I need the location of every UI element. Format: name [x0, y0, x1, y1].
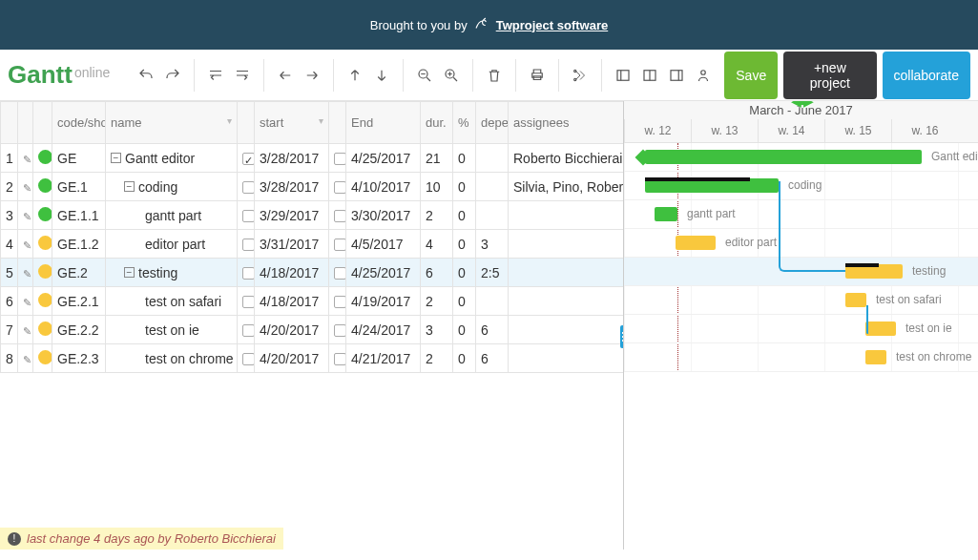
task-assignees[interactable]: Roberto Bicchierai [509, 144, 625, 173]
task-assignees[interactable] [509, 201, 625, 230]
task-name[interactable]: gantt part [106, 201, 238, 230]
table-row[interactable]: 8✎GE.2.3test on chrome4/20/20174/21/2017… [1, 344, 625, 373]
task-depends[interactable]: 6 [476, 344, 509, 373]
col-code[interactable]: code/sho [52, 102, 106, 144]
task-code[interactable]: GE.2 [52, 259, 106, 287]
task-duration[interactable]: 2 [421, 201, 453, 230]
undo-icon[interactable] [135, 65, 156, 86]
gantt-bar[interactable] [845, 293, 866, 307]
gantt-bar[interactable] [655, 207, 677, 221]
status-dot[interactable] [33, 259, 52, 287]
task-code[interactable]: GE.2.1 [52, 287, 106, 316]
end-milestone-checkbox[interactable] [329, 144, 346, 173]
edit-row-icon[interactable]: ✎ [18, 230, 33, 259]
split-center-icon[interactable] [639, 65, 660, 86]
gantt-row[interactable]: Gantt editor [624, 143, 978, 172]
task-start[interactable]: 4/18/2017 [255, 259, 329, 287]
print-icon[interactable] [527, 65, 548, 86]
task-start[interactable]: 4/20/2017 [255, 316, 329, 344]
start-milestone-checkbox[interactable] [238, 144, 255, 173]
task-progress[interactable]: 0 [453, 344, 476, 373]
task-progress[interactable]: 0 [453, 173, 476, 201]
status-dot[interactable] [33, 230, 52, 259]
task-name[interactable]: test on safari [106, 287, 238, 316]
task-progress[interactable]: 0 [453, 287, 476, 316]
task-end[interactable]: 4/25/2017 [346, 259, 421, 287]
critical-path-icon[interactable] [570, 65, 591, 86]
edit-row-icon[interactable]: ✎ [18, 201, 33, 230]
task-progress[interactable]: 0 [453, 230, 476, 259]
zoom-out-icon[interactable] [414, 65, 435, 86]
gantt-bar[interactable] [865, 350, 886, 364]
task-end[interactable]: 4/5/2017 [346, 230, 421, 259]
edit-row-icon[interactable]: ✎ [18, 316, 33, 344]
edit-row-icon[interactable]: ✎ [18, 259, 33, 287]
task-assignees[interactable] [509, 316, 625, 344]
task-end[interactable]: 4/25/2017 [346, 144, 421, 173]
task-depends[interactable] [476, 201, 509, 230]
task-start[interactable]: 3/29/2017 [255, 201, 329, 230]
task-duration[interactable]: 4 [421, 230, 453, 259]
outdent-icon[interactable] [275, 65, 296, 86]
task-name[interactable]: editor part [106, 230, 238, 259]
status-dot[interactable] [33, 287, 52, 316]
task-name[interactable]: test on chrome [106, 344, 238, 373]
status-dot[interactable] [33, 316, 52, 344]
task-name[interactable]: −testing [106, 259, 238, 287]
task-start[interactable]: 3/31/2017 [255, 230, 329, 259]
end-milestone-checkbox[interactable] [329, 201, 346, 230]
status-dot[interactable] [33, 173, 52, 201]
gantt-bar[interactable] [865, 321, 896, 336]
task-code[interactable]: GE.2.3 [52, 344, 106, 373]
delete-icon[interactable] [484, 65, 505, 86]
col-dur[interactable]: dur. [421, 102, 453, 144]
task-code[interactable]: GE [52, 144, 106, 173]
sort-icon[interactable]: ▾ [319, 115, 323, 126]
col-end[interactable]: End [346, 102, 421, 144]
new-project-button[interactable]: +new project [783, 52, 876, 99]
task-progress[interactable]: 0 [453, 316, 476, 344]
task-assignees[interactable] [509, 259, 625, 287]
gantt-row[interactable]: test on ie [624, 315, 978, 343]
end-milestone-checkbox[interactable] [329, 259, 346, 287]
start-milestone-checkbox[interactable] [238, 344, 255, 373]
end-milestone-checkbox[interactable] [329, 173, 346, 201]
task-end[interactable]: 3/30/2017 [346, 201, 421, 230]
sort-icon[interactable]: ▾ [227, 115, 232, 126]
col-dep[interactable]: depe [476, 102, 509, 144]
column-resize-widget[interactable]: ◀■▶ [791, 101, 811, 109]
end-milestone-checkbox[interactable] [329, 230, 346, 259]
col-pct[interactable]: % [453, 102, 476, 144]
table-row[interactable]: 6✎GE.2.1test on safari4/18/20174/19/2017… [1, 287, 625, 316]
insert-below-icon[interactable] [232, 65, 253, 86]
status-dot[interactable] [33, 201, 52, 230]
end-milestone-checkbox[interactable] [329, 344, 346, 373]
status-dot[interactable] [33, 344, 52, 373]
edit-row-icon[interactable]: ✎ [18, 287, 33, 316]
start-milestone-checkbox[interactable] [238, 201, 255, 230]
task-code[interactable]: GE.1.2 [52, 230, 106, 259]
task-duration[interactable]: 2 [421, 287, 453, 316]
task-start[interactable]: 3/28/2017 [255, 173, 329, 201]
table-row[interactable]: 1✎GE−Gantt editor3/28/20174/25/2017210Ro… [1, 144, 625, 173]
task-assignees[interactable]: Silvia, Pino, Robert [509, 173, 625, 201]
task-start[interactable]: 3/28/2017 [255, 144, 329, 173]
task-depends[interactable]: 6 [476, 316, 509, 344]
task-duration[interactable]: 6 [421, 259, 453, 287]
task-code[interactable]: GE.1 [52, 173, 106, 201]
gantt-bar[interactable] [645, 150, 922, 164]
end-milestone-checkbox[interactable] [329, 316, 346, 344]
table-row[interactable]: 5✎GE.2−testing4/18/20174/25/2017602:5 [1, 259, 625, 287]
indent-icon[interactable] [302, 65, 323, 86]
task-progress[interactable]: 0 [453, 144, 476, 173]
status-dot[interactable] [33, 144, 52, 173]
task-depends[interactable] [476, 144, 509, 173]
task-name[interactable]: −coding [106, 173, 238, 201]
insert-above-icon[interactable] [205, 65, 226, 86]
task-code[interactable]: GE.1.1 [52, 201, 106, 230]
move-up-icon[interactable] [344, 65, 365, 86]
col-name[interactable]: name▾ [106, 102, 238, 144]
task-duration[interactable]: 2 [421, 344, 453, 373]
split-left-icon[interactable] [613, 65, 634, 86]
task-code[interactable]: GE.2.2 [52, 316, 106, 344]
